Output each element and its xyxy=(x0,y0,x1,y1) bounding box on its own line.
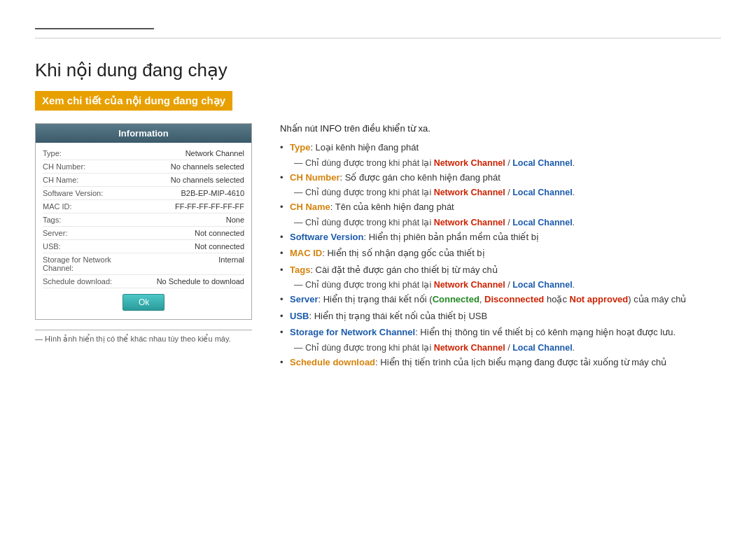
info-row-value: Not connected xyxy=(134,229,244,237)
highlight-box: Xem chi tiết của nội dung đang chạy xyxy=(35,91,232,111)
info-row: USB:Not connected xyxy=(43,240,244,253)
bullet-ch-number: CH Number: Số được gán cho kênh hiện đan… xyxy=(280,171,721,185)
bullet-tags-sub: Chỉ dùng được trong khi phát lại Network… xyxy=(280,279,721,290)
bullet-ch-name-sub: Chỉ dùng được trong khi phát lại Network… xyxy=(280,217,721,227)
info-row-label: USB: xyxy=(43,242,134,251)
info-panel: Information Type:Network ChannelCH Numbe… xyxy=(35,123,252,320)
info-row: Storage for Network Channel:Internal xyxy=(43,253,244,275)
info-row-value: Not connected xyxy=(134,242,244,251)
info-row-value: B2B-EP-MIP-4610 xyxy=(134,189,244,197)
info-row-label: Storage for Network Channel: xyxy=(43,255,134,272)
info-row-label: Schedule download: xyxy=(43,277,134,286)
caption-line: ― Hình ảnh hiển thị có thể khác nhau tùy… xyxy=(35,330,252,344)
info-panel-title: Information xyxy=(36,124,251,143)
info-row: Software Version:B2B-EP-MIP-4610 xyxy=(43,187,244,200)
info-row: CH Name:No channels selected xyxy=(43,174,244,187)
bullet-label: MAC ID xyxy=(290,248,322,258)
bullet-software-version: Software Version: Hiển thị phiên bản phầ… xyxy=(280,230,721,244)
info-row-label: MAC ID: xyxy=(43,202,134,211)
bullet-label: Type xyxy=(290,142,310,153)
info-row-value: FF-FF-FF-FF-FF-FF xyxy=(134,202,244,211)
bullet-label: Schedule download xyxy=(290,357,375,367)
bullet-label: CH Name xyxy=(290,202,330,212)
info-row: Type:Network Channel xyxy=(43,147,244,160)
bullet-tags: Tags: Cài đặt thẻ được gán cho thiết bị … xyxy=(280,263,721,277)
info-row: Server:Not connected xyxy=(43,227,244,240)
intro-text: Nhấn nút INFO trên điều khiển từ xa. xyxy=(280,123,721,134)
info-row: MAC ID:FF-FF-FF-FF-FF-FF xyxy=(43,200,244,213)
info-row-value: Network Channel xyxy=(134,149,244,157)
info-row-value: No channels selected xyxy=(134,162,244,171)
bullet-storage-sub: Chỉ dùng được trong khi phát lại Network… xyxy=(280,342,721,353)
info-row-label: Type: xyxy=(43,149,134,157)
ok-button[interactable]: Ok xyxy=(122,294,164,311)
info-row-label: CH Number: xyxy=(43,162,134,171)
info-row: CH Number:No channels selected xyxy=(43,160,244,174)
bullet-label: Software Version xyxy=(290,232,363,242)
right-column: Nhấn nút INFO trên điều khiển từ xa. Typ… xyxy=(280,123,721,372)
bullet-type-sub: Chỉ dùng được trong khi phát lại Network… xyxy=(280,157,721,168)
bullet-label: USB xyxy=(290,311,309,321)
bullet-label: CH Number xyxy=(290,172,340,183)
info-row-value: No channels selected xyxy=(134,176,244,184)
page-title: Khi nội dung đang chạy xyxy=(35,59,721,81)
info-row-label: Server: xyxy=(43,229,134,237)
bullet-schedule: Schedule download: Hiển thị tiến trình c… xyxy=(280,356,721,370)
bullet-label: Tags xyxy=(290,265,310,275)
info-row-label: CH Name: xyxy=(43,176,134,184)
info-panel-body: Type:Network ChannelCH Number:No channel… xyxy=(36,143,251,319)
info-row-label: Tags: xyxy=(43,216,134,224)
bullet-mac-id: MAC ID: Hiển thị số nhận dạng gốc của th… xyxy=(280,246,721,260)
info-row-value: No Schedule to download xyxy=(134,277,244,286)
bullet-label: Storage for Network Channel xyxy=(290,327,415,337)
bullet-list: Type: Loại kênh hiện đang phátChỉ dùng đ… xyxy=(280,141,721,369)
info-row-value: Internal xyxy=(134,255,244,272)
bullet-label: Server xyxy=(290,294,318,304)
info-row-value: None xyxy=(134,216,244,224)
info-row: Schedule download:No Schedule to downloa… xyxy=(43,275,244,288)
bullet-type: Type: Loại kênh hiện đang phát xyxy=(280,141,721,155)
bullet-ch-number-sub: Chỉ dùng được trong khi phát lại Network… xyxy=(280,187,721,197)
bullet-storage: Storage for Network Channel: Hiển thị th… xyxy=(280,325,721,339)
info-row: Tags:None xyxy=(43,213,244,227)
info-row-label: Software Version: xyxy=(43,189,134,197)
left-column: Information Type:Network ChannelCH Numbe… xyxy=(35,123,252,344)
bullet-server: Server: Hiển thị trạng thái kết nối (Con… xyxy=(280,293,721,307)
bullet-ch-name: CH Name: Tên của kênh hiện đang phát xyxy=(280,200,721,214)
bullet-usb: USB: Hiển thị trạng thái kết nối của thi… xyxy=(280,309,721,323)
